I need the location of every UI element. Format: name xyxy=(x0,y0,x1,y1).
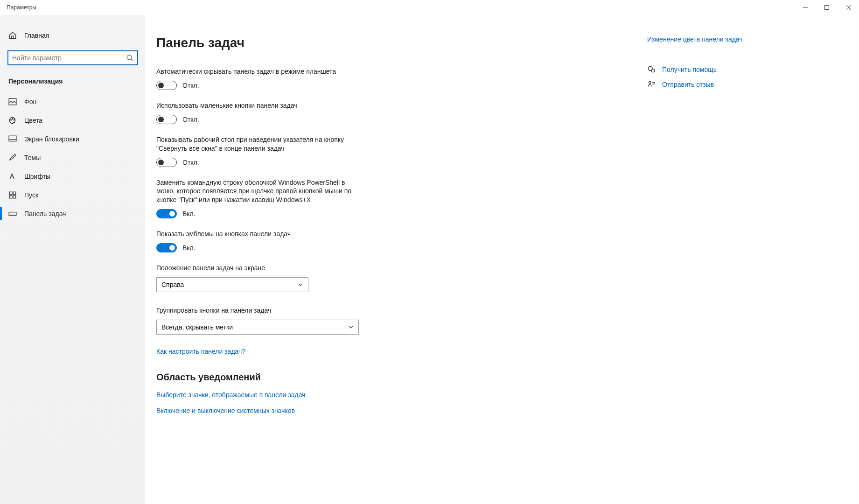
start-icon xyxy=(8,191,17,199)
svg-rect-10 xyxy=(9,136,16,141)
svg-point-9 xyxy=(14,119,14,120)
link-how-to-customize[interactable]: Как настроить панели задач? xyxy=(156,348,516,355)
setting-label-autohide-tablet: Автоматически скрывать панель задач в ре… xyxy=(156,67,352,76)
sidebar-item-label: Фон xyxy=(24,98,36,105)
sidebar-item-lockscreen[interactable]: Экран блокировки xyxy=(0,130,145,148)
svg-rect-6 xyxy=(9,98,16,105)
setting-label-badges: Показать эмблемы на кнопках панели задач xyxy=(156,230,352,238)
svg-point-7 xyxy=(11,119,12,120)
aside-link-feedback[interactable]: Отправить отзыв xyxy=(647,80,829,89)
dropdown-value: Справа xyxy=(161,281,184,288)
svg-point-19 xyxy=(649,81,651,84)
toggle-state: Откл. xyxy=(182,82,199,89)
home-icon xyxy=(8,31,17,40)
link-select-icons[interactable]: Выберите значки, отображаемые в панели з… xyxy=(156,391,516,399)
sidebar-item-label: Панель задач xyxy=(24,210,66,217)
toggle-desktop-peek[interactable] xyxy=(156,158,177,167)
sidebar-item-background[interactable]: Фон xyxy=(0,92,145,111)
minimize-button[interactable] xyxy=(795,0,816,15)
sidebar-item-label: Цвета xyxy=(24,117,42,124)
sidebar-item-taskbar[interactable]: Панель задач xyxy=(0,204,145,223)
toggle-small-buttons[interactable] xyxy=(156,115,177,124)
setting-label-combine: Группировать кнопки на панели задач xyxy=(156,306,352,315)
sidebar-item-start[interactable]: Пуск xyxy=(0,186,145,204)
palette-icon xyxy=(8,116,17,125)
sidebar-item-label: Темы xyxy=(24,154,41,161)
svg-rect-1 xyxy=(825,6,829,10)
dropdown-position[interactable]: Справа xyxy=(156,277,308,292)
sidebar-item-colors[interactable]: Цвета xyxy=(0,111,145,130)
toggle-state: Откл. xyxy=(182,116,199,123)
svg-point-4 xyxy=(127,55,132,60)
help-icon xyxy=(647,65,656,74)
sidebar-item-label: Пуск xyxy=(24,191,38,199)
content: Панель задач Автоматически скрывать пане… xyxy=(156,35,516,504)
setting-label-small-buttons: Использовать маленькие кнопки панели зад… xyxy=(156,101,352,110)
toggle-powershell[interactable] xyxy=(156,209,177,218)
svg-rect-12 xyxy=(9,192,12,195)
link-system-icons[interactable]: Включение и выключение системных значков xyxy=(156,407,516,414)
sidebar-category: Персонализация xyxy=(0,69,145,92)
dropdown-value: Всегда, скрывать метки xyxy=(161,323,233,331)
feedback-icon xyxy=(647,80,656,89)
sidebar: Главная Персонализация Фон Цвета Экран б… xyxy=(0,15,145,504)
dropdown-combine[interactable]: Всегда, скрывать метки xyxy=(156,320,359,335)
chevron-down-icon xyxy=(298,282,303,287)
search-input-wrap[interactable] xyxy=(7,50,138,65)
aside-link-help[interactable]: Получить помощь xyxy=(647,65,829,74)
aside-link-label: Получить помощь xyxy=(662,66,717,73)
chevron-down-icon xyxy=(348,324,354,330)
aside-link-taskbar-color[interactable]: Изменение цвета панели задач xyxy=(647,35,829,43)
setting-label-desktop-peek: Показывать рабочий стол при наведении ук… xyxy=(156,135,352,153)
sidebar-item-label: Шрифты xyxy=(24,173,50,180)
notification-area-heading: Область уведомлений xyxy=(156,372,516,383)
setting-label-position: Положение панели задач на экране xyxy=(156,264,352,273)
sidebar-item-label: Экран блокировки xyxy=(24,135,79,143)
svg-rect-14 xyxy=(9,196,12,198)
close-button[interactable] xyxy=(838,0,859,15)
toggle-state: Вкл. xyxy=(182,244,196,252)
sidebar-home[interactable]: Главная xyxy=(0,26,145,45)
toggle-state: Откл. xyxy=(182,159,199,166)
brush-icon xyxy=(8,154,17,162)
svg-rect-13 xyxy=(13,192,16,195)
taskbar-icon xyxy=(8,210,17,218)
toggle-badges[interactable] xyxy=(156,243,177,252)
aside-link-label: Отправить отзыв xyxy=(662,81,714,88)
svg-point-18 xyxy=(651,69,655,72)
picture-icon xyxy=(8,98,17,106)
svg-rect-16 xyxy=(9,212,16,216)
toggle-autohide-tablet[interactable] xyxy=(156,81,177,90)
svg-line-5 xyxy=(131,59,133,61)
sidebar-item-fonts[interactable]: Шрифты xyxy=(0,167,145,186)
window-title: Параметры xyxy=(7,4,36,11)
page-title: Панель задач xyxy=(156,35,516,50)
aside: Изменение цвета панели задач Получить по… xyxy=(647,35,848,504)
search-input[interactable] xyxy=(12,54,126,62)
setting-label-powershell: Заменить командную строку оболочкой Wind… xyxy=(156,178,352,205)
search-icon xyxy=(126,54,133,62)
svg-rect-15 xyxy=(13,196,16,198)
maximize-button[interactable] xyxy=(816,0,838,15)
sidebar-item-themes[interactable]: Темы xyxy=(0,148,145,167)
sidebar-home-label: Главная xyxy=(24,32,49,39)
titlebar: Параметры xyxy=(0,0,859,15)
svg-point-8 xyxy=(12,119,13,119)
font-icon xyxy=(8,172,17,181)
toggle-state: Вкл. xyxy=(182,210,196,217)
monitor-icon xyxy=(8,135,17,143)
